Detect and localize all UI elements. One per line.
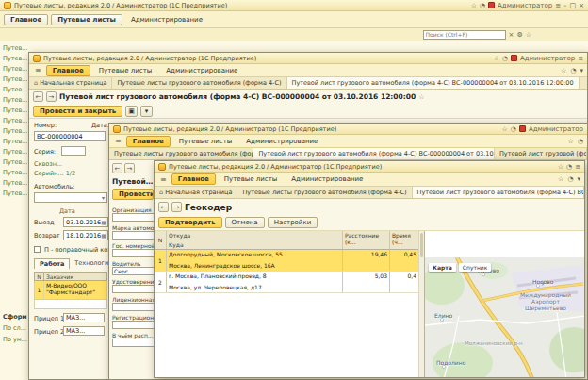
sidebar-item[interactable]: Путев... (3, 126, 27, 137)
through-numbering-link[interactable]: Сквозн... (34, 160, 62, 168)
sidebar-item[interactable]: Путев... (3, 95, 27, 106)
menu-icon[interactable]: ≡ (575, 163, 580, 171)
customer-grid-row[interactable]: 1 М-Видео/ООО "Фармстандарт" (34, 281, 107, 300)
tab-waybill-document[interactable]: Путевой лист грузового автомобиля (форма… (287, 77, 580, 89)
star-icon[interactable]: ☆ (558, 163, 564, 171)
tab-waybill-list[interactable]: Путевые листы грузового автомобиля (форм… (237, 187, 412, 198)
map-view-button[interactable]: Карта (429, 263, 456, 272)
hamburger-icon[interactable]: ≡ (113, 137, 123, 145)
tab-waybill-list[interactable]: Путевые листы грузового автомобиля (форм… (112, 77, 286, 89)
star-icon[interactable]: ☆ (558, 175, 564, 183)
sidebar-item[interactable]: Путев... (3, 43, 27, 54)
close-icon[interactable]: × (579, 2, 584, 9)
dropdown-icon[interactable]: ▾ (580, 67, 583, 74)
field-input[interactable] (112, 285, 155, 293)
satellite-view-button[interactable]: Спутник (459, 263, 492, 272)
maximize-icon[interactable]: □ (570, 2, 577, 9)
series-field[interactable] (61, 146, 86, 156)
hamburger-icon[interactable]: ≡ (33, 66, 43, 74)
sidebar-item[interactable]: Путев... (3, 54, 27, 64)
sidebar-item[interactable]: Путев... (3, 178, 27, 189)
back-button[interactable]: ← (112, 163, 122, 173)
star-icon[interactable]: ☆ (494, 55, 499, 62)
more-actions-button[interactable]: ▾ (140, 106, 153, 117)
field-input[interactable] (112, 321, 155, 329)
star-icon[interactable]: ☆ (471, 2, 477, 9)
star-icon[interactable]: ☆ (568, 138, 574, 145)
favorite-star-icon[interactable]: ☆ (418, 93, 424, 101)
sidebar-item[interactable]: Путев... (3, 116, 27, 126)
confirm-button[interactable]: Подтвердить (158, 217, 222, 228)
tab-home[interactable]: ⌂ Начальная страница (29, 77, 112, 89)
clock-icon[interactable]: ◔ (511, 125, 516, 133)
favorites-star-icon[interactable]: ☆ (526, 31, 531, 39)
clock-icon[interactable]: ◔ (566, 163, 572, 171)
settings-button[interactable]: Настройки (268, 217, 318, 228)
menu-item-waybills[interactable]: Путевые листы (51, 14, 122, 25)
menu-item-administration[interactable]: Администрирование (125, 15, 208, 25)
tab-work[interactable]: Работа (34, 258, 70, 269)
menu-item-waybills[interactable]: Путевые листы (219, 174, 283, 184)
return-date-field[interactable]: 18.10.2016▦ (63, 230, 108, 240)
tab-home[interactable]: ⌂ Начальная страница (155, 187, 237, 198)
cancel-button[interactable]: Отмена (225, 217, 265, 228)
field-input[interactable] (112, 303, 155, 311)
sidebar-item[interactable]: Путев... (3, 189, 27, 199)
calendar-icon[interactable]: ▦ (101, 232, 106, 239)
trailer1-field[interactable]: МАЗ... (63, 313, 105, 322)
field-input[interactable]: Серг... (112, 267, 155, 275)
forward-button[interactable]: → (172, 202, 182, 212)
menu-icon[interactable]: ≡ (555, 2, 561, 9)
dropdown-icon[interactable]: ▾ (577, 175, 580, 183)
tab-waybill-document-2[interactable]: Путевой лист грузовой (форма (495, 148, 587, 159)
field-input[interactable] (112, 231, 155, 240)
menu-item-main[interactable]: Главное (46, 65, 90, 76)
clock-icon[interactable]: ◔ (567, 175, 573, 183)
sidebar-item[interactable]: Путев... (3, 168, 27, 178)
vehicle-combo[interactable]: ▾ (34, 192, 107, 203)
map[interactable]: ЛуневоНосовоМеждународный Аэропорт Шерем… (425, 257, 584, 377)
forward-button[interactable]: → (124, 163, 135, 173)
menu-icon[interactable]: ≡ (578, 55, 583, 62)
sidebar-item[interactable]: По ум... (3, 334, 27, 345)
hamburger-icon[interactable]: ≡ (158, 175, 169, 184)
departure-date-field[interactable]: 03.10.2016▦ (63, 217, 108, 227)
back-button[interactable]: ← (33, 91, 43, 102)
menu-item-main[interactable]: Главное (4, 14, 48, 25)
table-scrollbar[interactable] (418, 231, 424, 377)
minimize-icon[interactable]: – (564, 2, 567, 9)
sidebar-item[interactable]: Путев... (3, 137, 27, 147)
menu-item-main[interactable]: Главное (172, 173, 216, 185)
star-icon[interactable]: ☆ (561, 67, 566, 74)
menu-item-administration[interactable]: Администрирование (160, 66, 243, 75)
coefficient-checkbox[interactable] (34, 246, 41, 253)
field-input[interactable] (112, 249, 155, 257)
trailer2-field[interactable]: МАЗ... (63, 326, 105, 336)
clock-icon[interactable]: ◔ (480, 2, 485, 9)
menu-item-main[interactable]: Главное (126, 136, 171, 147)
tab-waybill-document[interactable]: Путевой лист грузового автомобиля (форма… (413, 187, 585, 198)
route-row[interactable]: 2 г. Москва, Плановский проезд, 8 Москва… (155, 272, 418, 293)
save-icon-button[interactable]: ▣ (125, 106, 138, 117)
menu-item-administration[interactable]: Администрирование (286, 174, 368, 184)
post-and-close-button[interactable]: Провести и закрыть (33, 106, 122, 117)
menu-item-waybills[interactable]: Путевые листы (173, 137, 237, 146)
field-input[interactable] (112, 339, 155, 347)
calendar-icon[interactable]: ▦ (101, 219, 106, 225)
sidebar-item[interactable]: Путев... (3, 106, 27, 116)
tab-waybill-document[interactable]: Путевой лист грузового автомобиля (форма… (253, 148, 495, 159)
dropdown-icon[interactable]: ▾ (102, 194, 105, 201)
gear-icon[interactable]: ⚙ (516, 31, 522, 39)
search-input[interactable] (423, 30, 506, 40)
route-row[interactable]: 1 Долгопрудный, Московское шоссе, 55 Мос… (155, 250, 418, 272)
scrollbar-thumb[interactable] (420, 233, 423, 257)
clock-icon[interactable]: ◔ (570, 67, 576, 74)
clock-icon[interactable]: ◔ (578, 138, 583, 145)
tab-waybill-list[interactable]: Путевые листы грузового автомобиля (форм… (109, 148, 253, 159)
sidebar-item[interactable]: Путев... (3, 64, 27, 74)
sidebar-item[interactable]: Путев... (3, 85, 27, 95)
forward-button[interactable]: → (46, 91, 57, 102)
post-and-close-button[interactable]: Провести и з... (112, 189, 154, 200)
clock-icon[interactable]: ◔ (502, 55, 508, 62)
back-button[interactable]: ← (158, 202, 169, 212)
